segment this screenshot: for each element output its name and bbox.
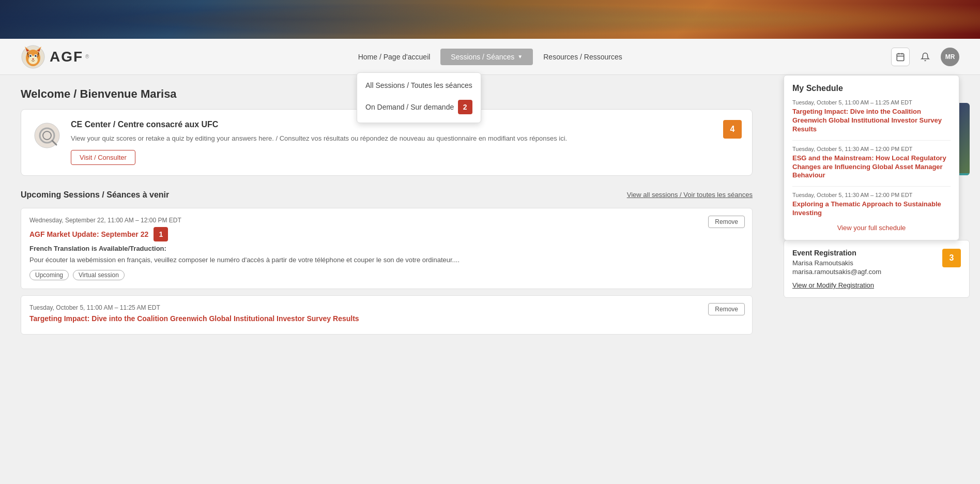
nav-home[interactable]: Home / Page d'accueil [348, 49, 441, 65]
schedule-session-3[interactable]: Exploring a Thematic Approach to Sustain… [792, 200, 951, 218]
user-avatar[interactable]: MR [941, 48, 959, 66]
user-email: marisa.ramoutsakis@agf.com [792, 268, 936, 276]
tag-virtual: Virtual session [73, 270, 125, 280]
session-title-1[interactable]: AGF Market Update: September 22 1 [29, 227, 744, 241]
dropdown-all-sessions[interactable]: All Sessions / Toutes les séances [357, 76, 481, 95]
schedule-time-1: Tuesday, October 5, 11:00 AM – 11:25 AM … [792, 99, 951, 105]
on-demand-badge: 2 [458, 100, 472, 114]
ce-center-content: CE Center / Centre consacré aux UFC View… [71, 120, 715, 165]
session-desc-1: Pour écouter la webémission en français,… [29, 255, 744, 265]
dropdown-on-demand[interactable]: On Demand / Sur demande 2 [357, 95, 481, 119]
svg-rect-14 [897, 54, 904, 61]
visit-button[interactable]: Visit / Consulter [71, 150, 135, 165]
session-subtitle-1: French Translation is Available/Traducti… [29, 245, 744, 252]
ce-center-description: View your quiz scores or retake a quiz b… [71, 133, 715, 144]
remove-session-2-button[interactable]: Remove [708, 303, 745, 315]
svg-point-13 [36, 55, 36, 55]
session-1-badge: 1 [154, 227, 168, 241]
calendar-button[interactable] [891, 48, 910, 66]
schedule-time-3: Tuesday, October 5, 11:30 AM – 12:00 PM … [792, 192, 951, 198]
session-date-2: Tuesday, October 5, 11:00 AM – 11:25 AM … [29, 304, 744, 311]
view-all-sessions-link[interactable]: View all sessions / Voir toutes les séan… [627, 191, 753, 199]
logo-text: AGF [50, 49, 83, 65]
info-content: Event Registration Marisa Ramoutsakis ma… [792, 249, 936, 289]
session-date-1: Wednesday, September 22, 11:00 AM – 12:0… [29, 217, 744, 224]
modify-registration-link[interactable]: View or Modify Registration [792, 281, 874, 289]
nav-sessions[interactable]: Sessions / Séances ▼ [440, 49, 533, 65]
nav-resources[interactable]: Resources / Ressources [533, 49, 633, 65]
event-registration-label: Event Registration [792, 249, 936, 257]
ce-icon [32, 120, 63, 151]
view-full-schedule-link[interactable]: View your full schedule [792, 224, 951, 232]
upcoming-sessions-title: Upcoming Sessions / Séances à venir [21, 190, 169, 200]
session-tags-1: Upcoming Virtual session [29, 270, 744, 280]
session-card-1: Wednesday, September 22, 11:00 AM – 12:0… [21, 208, 753, 289]
schedule-title: My Schedule [792, 84, 951, 93]
schedule-time-2: Tuesday, October 5, 11:30 AM – 12:00 PM … [792, 146, 951, 152]
hero-banner [0, 0, 980, 39]
sessions-dropdown-menu: All Sessions / Toutes les séances On Dem… [357, 72, 481, 123]
main-nav: Home / Page d'accueil Sessions / Séances… [348, 49, 633, 65]
upcoming-sessions-header: Upcoming Sessions / Séances à venir View… [21, 190, 753, 200]
header: AGF ® Home / Page d'accueil Sessions / S… [0, 39, 980, 75]
logo-tiger-icon [21, 44, 45, 69]
session-title-2[interactable]: Targeting Impact: Dive into the Coalitio… [29, 314, 744, 323]
sessions-dropdown-icon: ▼ [517, 54, 523, 59]
logo-trademark: ® [85, 54, 89, 59]
remove-session-1-button[interactable]: Remove [708, 216, 745, 228]
my-schedule-panel: My Schedule Tuesday, October 5, 11:00 AM… [784, 75, 959, 240]
notification-button[interactable] [916, 48, 935, 66]
ce-center-badge: 4 [723, 120, 742, 139]
tag-upcoming: Upcoming [29, 270, 69, 280]
header-actions: MR [891, 48, 959, 66]
session-card-2: Tuesday, October 5, 11:00 AM – 11:25 AM … [21, 295, 753, 335]
user-name: Marisa Ramoutsakis [792, 259, 936, 267]
schedule-session-1[interactable]: Targeting Impact: Dive into the Coalitio… [792, 108, 951, 134]
info-card: Event Registration Marisa Ramoutsakis ma… [784, 240, 970, 298]
schedule-session-2[interactable]: ESG and the Mainstream: How Local Regula… [792, 154, 951, 180]
svg-point-12 [30, 55, 31, 55]
info-badge: 3 [942, 249, 961, 267]
logo-area: AGF ® [21, 44, 89, 69]
